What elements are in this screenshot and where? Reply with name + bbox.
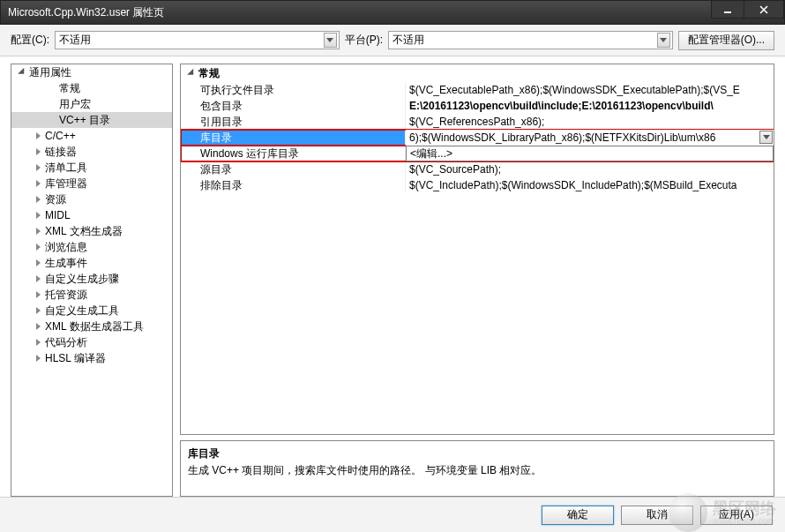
tree-item[interactable]: 链接器 bbox=[11, 144, 172, 160]
titlebar: Microsoft.Cpp.Win32.user 属性页 bbox=[0, 0, 785, 25]
property-value[interactable]: <编辑...> bbox=[406, 146, 774, 161]
tree-item[interactable]: 清单工具 bbox=[11, 160, 172, 176]
chevron-down-icon bbox=[657, 33, 670, 48]
tree-item-label: MIDL bbox=[45, 209, 71, 221]
tree-item-label: 链接器 bbox=[45, 145, 77, 160]
chevron-down-icon bbox=[324, 33, 337, 48]
tree-item[interactable]: 代码分析 bbox=[11, 334, 172, 350]
expander-closed-icon bbox=[33, 259, 43, 266]
platform-combo[interactable]: 不适用 bbox=[388, 31, 673, 49]
config-manager-button[interactable]: 配置管理器(O)... bbox=[678, 31, 774, 50]
expander-open-icon bbox=[17, 68, 27, 77]
property-value[interactable]: 6);$(WindowsSDK_LibraryPath_x86);$(NETFX… bbox=[406, 130, 774, 146]
tree-item-label: 生成事件 bbox=[45, 256, 87, 271]
tree-item-label: VC++ 目录 bbox=[59, 113, 110, 128]
property-row[interactable]: 源目录$(VC_SourcePath); bbox=[181, 161, 774, 177]
tree-item[interactable]: 库管理器 bbox=[11, 176, 172, 191]
tree-item[interactable]: XML 文档生成器 bbox=[11, 223, 172, 239]
expander-closed-icon bbox=[33, 291, 43, 298]
ok-button[interactable]: 确定 bbox=[542, 506, 614, 525]
config-combo[interactable]: 不适用 bbox=[55, 31, 340, 49]
main-area: 通用属性常规用户宏VC++ 目录C/C++链接器清单工具库管理器资源MIDLXM… bbox=[0, 56, 785, 497]
window-title: Microsoft.Cpp.Win32.user 属性页 bbox=[8, 5, 164, 20]
property-row[interactable]: 库目录6);$(WindowsSDK_LibraryPath_x86);$(NE… bbox=[181, 130, 774, 146]
minimize-button[interactable] bbox=[711, 1, 744, 19]
expander-closed-icon bbox=[33, 339, 43, 346]
tree-item-label: 自定义生成步骤 bbox=[45, 272, 119, 287]
tree-item[interactable]: VC++ 目录 bbox=[11, 112, 172, 128]
tree-item-label: 库管理器 bbox=[45, 176, 87, 191]
window-buttons bbox=[712, 1, 784, 24]
property-value[interactable]: $(VC_IncludePath);$(WindowsSDK_IncludePa… bbox=[406, 177, 774, 193]
expander-closed-icon bbox=[33, 275, 43, 282]
tree-item[interactable]: 自定义生成步骤 bbox=[11, 271, 172, 287]
close-button[interactable] bbox=[744, 1, 784, 19]
property-grid[interactable]: 常规可执行文件目录$(VC_ExecutablePath_x86);$(Wind… bbox=[180, 64, 774, 435]
property-value[interactable]: $(VC_ReferencesPath_x86); bbox=[406, 114, 774, 130]
property-value[interactable]: $(VC_SourcePath); bbox=[406, 161, 774, 177]
apply-button[interactable]: 应用(A) bbox=[700, 506, 773, 525]
property-row[interactable]: 引用目录$(VC_ReferencesPath_x86); bbox=[181, 114, 774, 130]
tree-item[interactable]: C/C++ bbox=[11, 128, 172, 144]
dialog-footer: 确定 取消 应用(A) bbox=[0, 497, 785, 532]
tree-item[interactable]: XML 数据生成器工具 bbox=[11, 318, 172, 334]
property-row[interactable]: Windows 运行库目录<编辑...> bbox=[181, 146, 774, 161]
property-row[interactable]: 包含目录E:\20161123\opencv\build\include;E:\… bbox=[181, 98, 774, 114]
description-title: 库目录 bbox=[188, 446, 766, 461]
tree-item-label: C/C++ bbox=[45, 130, 76, 142]
config-toolbar: 配置(C): 不适用 平台(P): 不适用 配置管理器(O)... bbox=[0, 25, 785, 56]
chevron-down-icon bbox=[763, 135, 770, 139]
expander-closed-icon bbox=[33, 196, 43, 203]
tree-item-label: 自定义生成工具 bbox=[45, 303, 119, 318]
expander-closed-icon bbox=[33, 323, 43, 330]
tree-item-label: 代码分析 bbox=[45, 335, 87, 350]
property-label: 包含目录 bbox=[181, 98, 406, 114]
property-label: 引用目录 bbox=[181, 114, 406, 130]
tree-item-label: XML 数据生成器工具 bbox=[45, 319, 144, 334]
right-column: 常规可执行文件目录$(VC_ExecutablePath_x86);$(Wind… bbox=[180, 64, 774, 497]
description-text: 生成 VC++ 项目期间，搜索库文件时使用的路径。 与环境变量 LIB 相对应。 bbox=[188, 463, 766, 478]
property-value[interactable]: $(VC_ExecutablePath_x86);$(WindowsSDK_Ex… bbox=[406, 82, 774, 98]
tree-item-label: 清单工具 bbox=[45, 161, 87, 176]
tree-item[interactable]: 生成事件 bbox=[11, 255, 172, 271]
expander-closed-icon bbox=[33, 307, 43, 314]
tree-item[interactable]: 托管资源 bbox=[11, 287, 172, 303]
tree-item[interactable]: 浏览信息 bbox=[11, 239, 172, 255]
expander-closed-icon bbox=[33, 228, 43, 235]
property-value[interactable]: E:\20161123\opencv\build\include;E:\2016… bbox=[406, 98, 774, 114]
expander-closed-icon bbox=[33, 244, 43, 251]
tree-item[interactable]: 用户宏 bbox=[11, 96, 172, 112]
svg-rect-0 bbox=[724, 11, 731, 13]
tree-item[interactable]: HLSL 编译器 bbox=[11, 350, 172, 366]
expander-closed-icon bbox=[33, 148, 43, 155]
category-tree[interactable]: 通用属性常规用户宏VC++ 目录C/C++链接器清单工具库管理器资源MIDLXM… bbox=[11, 64, 173, 497]
platform-value: 不适用 bbox=[392, 33, 424, 48]
tree-root[interactable]: 通用属性 bbox=[11, 64, 172, 80]
config-label: 配置(C): bbox=[11, 33, 49, 48]
property-row[interactable]: 可执行文件目录$(VC_ExecutablePath_x86);$(Window… bbox=[181, 82, 774, 98]
tree-item[interactable]: MIDL bbox=[11, 207, 172, 223]
expander-closed-icon bbox=[33, 355, 43, 362]
expander-closed-icon bbox=[33, 212, 43, 219]
config-value: 不适用 bbox=[59, 33, 91, 48]
expander-closed-icon bbox=[33, 132, 43, 139]
property-group-header[interactable]: 常规 bbox=[181, 64, 774, 82]
property-row[interactable]: 排除目录$(VC_IncludePath);$(WindowsSDK_Inclu… bbox=[181, 177, 774, 193]
tree-item-label: XML 文档生成器 bbox=[45, 224, 123, 239]
cancel-button[interactable]: 取消 bbox=[621, 506, 693, 525]
platform-label: 平台(P): bbox=[345, 33, 383, 48]
dropdown-button[interactable] bbox=[759, 131, 773, 144]
property-label: 源目录 bbox=[181, 161, 406, 177]
expander-closed-icon bbox=[33, 180, 43, 187]
property-label: 库目录 bbox=[181, 130, 406, 146]
tree-item[interactable]: 常规 bbox=[11, 80, 172, 96]
tree-item-label: 用户宏 bbox=[59, 97, 91, 112]
tree-item-label: HLSL 编译器 bbox=[45, 351, 106, 366]
tree-item[interactable]: 自定义生成工具 bbox=[11, 303, 172, 318]
description-box: 库目录 生成 VC++ 项目期间，搜索库文件时使用的路径。 与环境变量 LIB … bbox=[180, 440, 774, 497]
tree-item-label: 资源 bbox=[45, 192, 66, 207]
tree-item-label: 托管资源 bbox=[45, 288, 87, 303]
expander-open-icon bbox=[186, 69, 197, 78]
tree-item-label: 浏览信息 bbox=[45, 240, 87, 255]
tree-item[interactable]: 资源 bbox=[11, 191, 172, 207]
